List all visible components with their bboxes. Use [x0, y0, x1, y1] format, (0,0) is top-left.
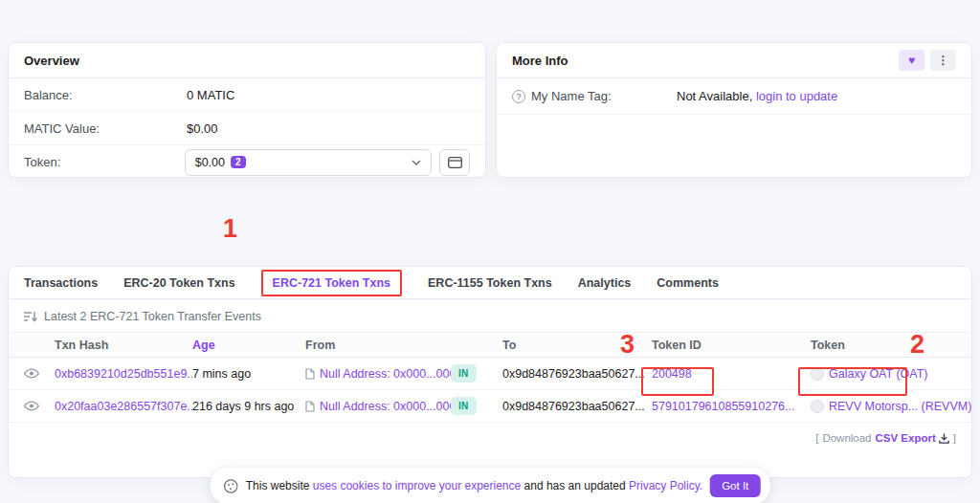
age-cell: 7 mins ago — [192, 367, 305, 381]
txn-hash-link[interactable]: 0xb6839210d25db551e9... — [55, 367, 192, 381]
got-it-button[interactable]: Got It — [710, 474, 760, 497]
login-to-update-link[interactable]: login to update — [756, 89, 837, 103]
header-to: To — [502, 339, 652, 352]
row-eye-cell — [9, 401, 55, 411]
token-id-link[interactable]: 200498 — [652, 367, 692, 381]
tab-transactions[interactable]: Transactions — [24, 276, 98, 290]
token-dropdown-value: $0.00 — [195, 156, 225, 169]
table-row: 0xb6839210d25db551e9... 7 mins ago Null … — [9, 358, 971, 390]
vertical-dots-icon: ⋮ — [938, 54, 949, 67]
header-token-id: Token ID — [652, 339, 811, 352]
token-name-link[interactable]: Galaxy OAT (OAT) — [829, 367, 928, 381]
to-address: 0x9d84876923baa50627... — [502, 400, 652, 413]
table-footer: [ Download CSV Export ] — [9, 423, 971, 444]
bracket-open: [ — [815, 432, 818, 444]
bracket-close: ] — [953, 432, 956, 444]
token-count-badge: 2 — [231, 156, 246, 168]
tab-analytics[interactable]: Analytics — [578, 276, 632, 290]
header-from: From — [305, 339, 451, 352]
more-info-title: More Info — [512, 54, 568, 68]
txn-hash-link[interactable]: 0x20faa03e286557f307e... — [55, 400, 192, 413]
from-address-link[interactable]: Null Address: 0x000...000 — [320, 367, 451, 381]
from-address-link[interactable]: Null Address: 0x000...000 — [320, 400, 451, 413]
csv-export-label: CSV Export — [876, 432, 936, 444]
table-caption-row: Latest 2 ERC-721 Token Transfer Events — [9, 299, 971, 332]
name-tag-label: My Name Tag: — [531, 89, 612, 103]
cookie-text-2: and has an updated — [524, 479, 626, 492]
matic-value: $0.00 — [187, 121, 218, 136]
more-info-card-header: More Info ♥ ⋮ — [497, 43, 971, 78]
eye-icon[interactable] — [24, 401, 39, 411]
cookie-icon — [224, 479, 238, 493]
overview-title: Overview — [24, 54, 79, 68]
csv-export-link[interactable]: CSV Export — [876, 432, 949, 444]
matic-value-row: MATIC Value: $0.00 — [9, 112, 485, 145]
cookies-policy-link[interactable]: uses cookies to improve your experience — [313, 479, 521, 492]
favorite-button[interactable]: ♥ — [899, 50, 924, 71]
more-options-button[interactable]: ⋮ — [930, 50, 956, 71]
cookie-banner: This website uses cookies to improve you… — [211, 468, 770, 503]
token-row: Token: $0.00 2 — [9, 145, 485, 179]
name-tag-value: Not Available, login to update — [677, 89, 837, 103]
table-caption: Latest 2 ERC-721 Token Transfer Events — [44, 310, 261, 323]
token-id-link[interactable]: 57910179610855910276... — [652, 400, 794, 413]
cookie-text-1: This website — [246, 479, 310, 492]
overview-card-header: Overview — [9, 43, 485, 78]
tab-erc20-token-txns[interactable]: ERC-20 Token Txns — [123, 276, 234, 290]
name-tag-row: ? My Name Tag: Not Available, login to u… — [497, 78, 971, 115]
document-icon — [305, 401, 315, 412]
tab-erc721-token-txns[interactable]: ERC-721 Token Txns — [261, 270, 402, 296]
age-cell: 216 days 9 hrs ago — [192, 400, 305, 413]
token-logo-icon — [811, 400, 824, 413]
token-name-link[interactable]: REVV Motorsp... (REVVM) — [829, 400, 971, 413]
token-transfers-table: Txn Hash Age From To Token ID Token 0xb6… — [9, 332, 971, 423]
name-tag-label-group: ? My Name Tag: — [512, 89, 677, 103]
name-tag-status: Not Available, — [677, 89, 752, 103]
header-txn-hash: Txn Hash — [55, 339, 192, 352]
direction-badge: IN — [451, 364, 477, 383]
table-row: 0x20faa03e286557f307e... 216 days 9 hrs … — [9, 390, 971, 423]
privacy-policy-link[interactable]: Privacy Policy. — [629, 479, 702, 492]
row-eye-cell — [9, 368, 55, 379]
to-address: 0x9d84876923baa50627... — [502, 367, 652, 381]
tab-bar: Transactions ERC-20 Token Txns ERC-721 T… — [9, 267, 971, 299]
token-holdings-button[interactable] — [439, 149, 470, 176]
sort-filter-icon — [24, 311, 37, 322]
balance-row: Balance: 0 MATIC — [9, 78, 485, 112]
token-label: Token: — [24, 155, 185, 169]
direction-badge: IN — [451, 397, 477, 415]
balance-value: 0 MATIC — [187, 88, 234, 102]
heart-icon: ♥ — [908, 54, 915, 67]
table-header-row: Txn Hash Age From To Token ID Token — [9, 332, 971, 358]
token-logo-icon — [811, 367, 824, 381]
matic-value-label: MATIC Value: — [24, 121, 187, 136]
chevron-down-icon — [412, 160, 421, 165]
more-info-card: More Info ♥ ⋮ ? My Name Tag: Not Availab… — [496, 42, 972, 178]
token-dropdown[interactable]: $0.00 2 — [185, 149, 433, 176]
download-icon — [939, 433, 949, 444]
overview-card: Overview Balance: 0 MATIC MATIC Value: $… — [8, 42, 486, 178]
document-icon — [305, 368, 315, 380]
wallet-card-icon — [448, 157, 462, 168]
cookie-text: This website uses cookies to improve you… — [246, 479, 702, 492]
annotation-number-1: 1 — [223, 214, 237, 244]
tab-comments[interactable]: Comments — [657, 276, 719, 290]
header-age[interactable]: Age — [192, 339, 305, 352]
tab-erc1155-token-txns[interactable]: ERC-1155 Token Txns — [428, 276, 552, 290]
download-label: Download — [822, 432, 871, 444]
eye-icon[interactable] — [24, 368, 39, 379]
header-token: Token — [811, 339, 971, 352]
transactions-card: Transactions ERC-20 Token Txns ERC-721 T… — [8, 266, 972, 478]
question-circle-icon: ? — [512, 90, 525, 103]
balance-label: Balance: — [24, 88, 187, 102]
